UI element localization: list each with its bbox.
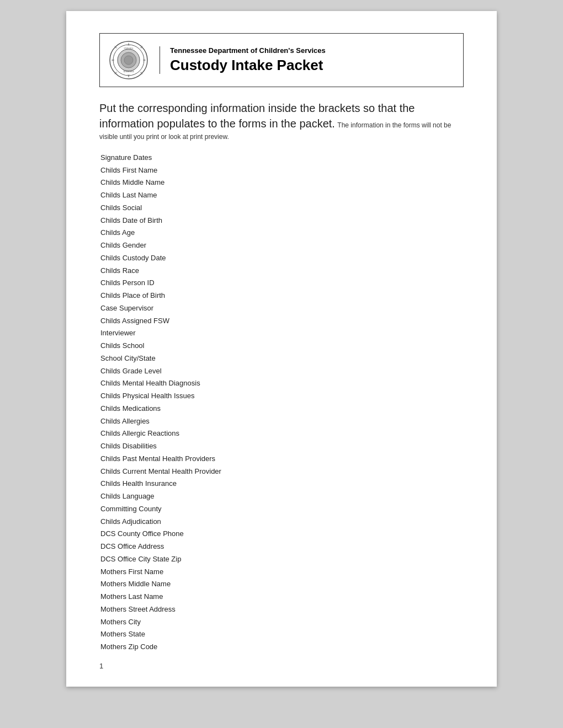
svg-text:TENNESSEE: TENNESSEE [123, 71, 134, 73]
list-item: Childs Medications [99, 403, 464, 415]
list-item: Childs Physical Health Issues [99, 390, 464, 403]
list-item: Interviewer [99, 327, 464, 340]
list-item: Childs Person ID [99, 277, 464, 290]
list-item: Childs Current Mental Health Provider [99, 465, 464, 478]
list-item: Mothers City [99, 616, 464, 629]
list-item: Mothers Zip Code [99, 641, 464, 654]
list-item: Childs Social [99, 202, 464, 215]
list-item: Childs Middle Name [99, 176, 464, 189]
svg-marker-7 [111, 60, 114, 61]
list-item: Mothers State [99, 628, 464, 641]
list-item: Childs Allergies [99, 415, 464, 428]
page-number: 1 [99, 662, 103, 670]
list-item: DCS Office Address [99, 540, 464, 553]
list-item: Childs Disabilities [99, 440, 464, 453]
list-item: Childs Mental Health Diagnosis [99, 377, 464, 390]
list-item: Childs Language [99, 490, 464, 503]
list-item: Childs Assigned FSW [99, 315, 464, 328]
list-item: Committing County [99, 503, 464, 516]
list-item: Childs Grade Level [99, 365, 464, 378]
list-item: Childs Adjudication [99, 516, 464, 528]
agency-name: Tennessee Department of Children's Servi… [170, 46, 326, 55]
list-item: Childs Allergic Reactions [99, 427, 464, 440]
svg-text:STATE SEAL: STATE SEAL [124, 47, 133, 50]
list-item: Childs Gender [99, 239, 464, 252]
svg-marker-5 [128, 42, 130, 46]
list-item: School City/State [99, 352, 464, 365]
list-item: Childs Age [99, 227, 464, 239]
document-page: TENNESSEE STATE SEAL Tennessee Departmen… [66, 11, 497, 687]
svg-point-4 [124, 56, 133, 65]
document-title: Custody Intake Packet [170, 57, 326, 74]
svg-marker-6 [128, 74, 130, 78]
intro-section: Put the corresponding information inside… [99, 100, 464, 142]
list-item: Childs Race [99, 265, 464, 277]
header-text-block: Tennessee Department of Children's Servi… [160, 46, 326, 74]
list-item: Childs School [99, 340, 464, 352]
list-item: Childs First Name [99, 164, 464, 177]
list-item: Childs Date of Birth [99, 215, 464, 227]
agency-seal: TENNESSEE STATE SEAL [109, 40, 148, 80]
list-item: DCS Office City State Zip [99, 553, 464, 566]
list-item: Childs Past Mental Health Providers [99, 453, 464, 465]
list-item: DCS County Office Phone [99, 528, 464, 540]
list-item: Childs Health Insurance [99, 478, 464, 490]
list-item: Mothers Last Name [99, 591, 464, 603]
list-item: Childs Custody Date [99, 252, 464, 265]
list-item: Mothers Street Address [99, 603, 464, 616]
list-item: Case Supervisor [99, 302, 464, 315]
list-item: Childs Last Name [99, 189, 464, 202]
list-item: Mothers First Name [99, 566, 464, 579]
field-list: Signature DatesChilds First NameChilds M… [99, 152, 464, 654]
list-item: Signature Dates [99, 152, 464, 164]
list-item: Mothers Middle Name [99, 578, 464, 591]
document-header: TENNESSEE STATE SEAL Tennessee Departmen… [99, 33, 464, 87]
svg-marker-8 [143, 60, 146, 61]
list-item: Childs Place of Birth [99, 290, 464, 302]
